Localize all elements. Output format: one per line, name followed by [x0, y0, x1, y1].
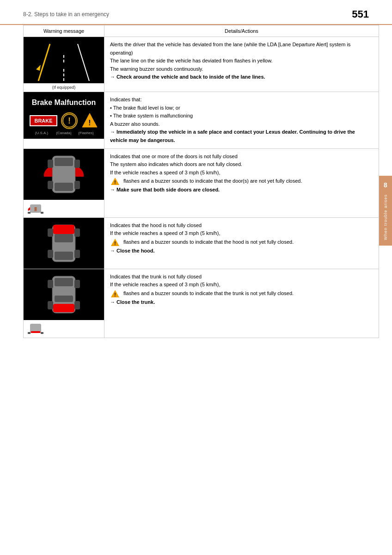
svg-rect-36	[48, 280, 53, 288]
lda-detail-1: Alerts the driver that the vehicle has d…	[110, 41, 373, 57]
svg-rect-43	[41, 332, 43, 334]
door-detail-main: Indicates that one or more of the doors …	[110, 153, 373, 161]
details-cell-trunk: Indicates that the trunk is not fully cl…	[104, 269, 379, 338]
brake-usa-icon: BRAKE	[30, 115, 57, 126]
lda-caption: (If equipped)	[24, 83, 104, 92]
page-header: 8-2. Steps to take in an emergency 551	[0, 0, 392, 25]
trunk-small-icon	[24, 320, 104, 338]
col-header-details: Details/Actions	[104, 25, 379, 37]
svg-rect-14	[48, 181, 53, 189]
svg-marker-4	[36, 65, 41, 71]
svg-rect-28	[48, 250, 53, 258]
svg-text:!: !	[114, 241, 116, 246]
door-car-image	[24, 149, 104, 200]
details-cell-lda: Alerts the driver that the vehicle has d…	[104, 37, 379, 92]
svg-rect-24	[55, 234, 73, 242]
table-row: 🚪 Indicates that one or more of the door…	[24, 148, 379, 217]
svg-text:!: !	[68, 116, 71, 125]
trunk-detail-main: Indicates that the trunk is not fully cl…	[110, 273, 373, 281]
svg-rect-25	[55, 252, 73, 260]
brake-canada-svg: !	[62, 113, 77, 128]
svg-rect-41	[31, 331, 40, 333]
brake-canada-icon: !	[61, 112, 78, 129]
svg-text:!: !	[114, 180, 116, 185]
door-details: Indicates that one or more of the doors …	[104, 149, 379, 198]
brake-label-flashes: (Flashes)	[77, 131, 95, 135]
hood-action: → Close the hood.	[110, 247, 373, 255]
svg-rect-35	[55, 296, 73, 302]
main-table: Warning message Details/Actions	[23, 25, 379, 338]
svg-rect-38	[48, 301, 53, 309]
svg-rect-10	[55, 158, 73, 166]
door-detail-2: If the vehicle reaches a speed of 3 mph …	[110, 169, 373, 177]
brake-label-usa: (U.S.A.)	[32, 131, 51, 135]
table-row: Brake Malfunction BRAKE !	[24, 92, 379, 149]
brake-detail-3: A buzzer also sounds.	[110, 120, 373, 129]
svg-rect-23	[53, 225, 74, 234]
svg-rect-17	[28, 212, 31, 214]
lda-detail-2: The lane line on the side the vehicle ha…	[110, 57, 373, 65]
svg-rect-26	[48, 228, 53, 237]
svg-rect-37	[74, 280, 80, 288]
sidebar-tab: 8 When trouble arises	[379, 176, 392, 246]
brake-warning-icon: !	[81, 112, 98, 129]
trunk-warning-icon-inline: !	[110, 290, 123, 296]
brake-detail-2: • The brake system is malfunctioning	[110, 112, 373, 120]
svg-line-2	[38, 44, 50, 81]
svg-rect-39	[74, 301, 80, 309]
details-cell-door: Indicates that one or more of the doors …	[104, 148, 379, 217]
page-number: 551	[352, 8, 369, 20]
brake-icons: BRAKE !	[30, 112, 98, 129]
table-row: (If equipped) Alerts the driver that the…	[24, 37, 379, 92]
hood-warning-svg: !	[110, 238, 120, 247]
lda-details: Alerts the driver that the vehicle has d…	[104, 37, 379, 85]
trunk-car-svg	[34, 271, 94, 318]
trunk-icon-svg	[27, 322, 44, 336]
brake-label-canada: (Canada)	[55, 131, 73, 135]
door-warning-icon-inline: !	[110, 178, 123, 184]
brake-usa-label: BRAKE	[30, 115, 57, 126]
trunk-detail-1: If the vehicle reaches a speed of 3 mph …	[110, 281, 373, 289]
lda-svg	[31, 39, 96, 81]
svg-line-3	[78, 44, 89, 81]
lda-action: → Check around the vehicle and back to i…	[110, 73, 373, 81]
door-car-svg	[34, 151, 94, 197]
page-container: 8 When trouble arises 8-2. Steps to take…	[0, 0, 392, 555]
hood-car-image	[24, 218, 104, 269]
brake-action: → Immediately stop the vehicle in a safe…	[110, 128, 373, 144]
warning-cell-trunk	[24, 269, 104, 338]
door-action: → Make sure that both side doors are clo…	[110, 186, 373, 194]
brake-detail-intro: Indicates that:	[110, 96, 373, 104]
hood-detail-1: If the vehicle reaches a speed of 3 mph …	[110, 229, 373, 238]
door-small-icon: 🚪	[24, 200, 104, 217]
details-cell-hood: Indicates that the hood is not fully clo…	[104, 217, 379, 269]
warning-cell-brake: Brake Malfunction BRAKE !	[24, 92, 104, 149]
door-detail-3: flashes and a buzzer sounds to indicate …	[123, 178, 302, 184]
svg-rect-18	[41, 212, 43, 214]
svg-text:!: !	[114, 292, 116, 297]
warning-cell-door: 🚪	[24, 148, 104, 217]
lda-detail-3: The warning buzzer sounds continuously.	[110, 65, 373, 74]
brake-labels-row: (U.S.A.) (Canada) (Flashes)	[32, 131, 95, 135]
section-title: 8-2. Steps to take in an emergency	[23, 11, 109, 18]
hood-detail-main: Indicates that the hood is not fully clo…	[110, 222, 373, 230]
sidebar-number: 8	[384, 181, 387, 189]
door-icon-svg: 🚪	[27, 202, 44, 216]
trunk-details: Indicates that the trunk is not fully cl…	[104, 269, 379, 310]
brake-malfunction-title: Brake Malfunction	[32, 99, 96, 107]
svg-rect-33	[53, 304, 74, 312]
trunk-warning-svg: !	[110, 289, 120, 298]
details-cell-brake: Indicates that: • The brake fluid level …	[104, 92, 379, 149]
door-detail-1: The system also indicates which doors ar…	[110, 160, 373, 169]
svg-rect-13	[74, 160, 80, 168]
sidebar-label: When trouble arises	[383, 194, 388, 240]
svg-rect-34	[55, 278, 73, 286]
table-row: Indicates that the hood is not fully clo…	[24, 217, 379, 269]
svg-rect-42	[28, 332, 31, 334]
svg-rect-12	[48, 160, 53, 168]
table-row: Indicates that the trunk is not fully cl…	[24, 269, 379, 338]
hood-detail-2: flashes and a buzzer sounds to indicate …	[123, 239, 294, 245]
warning-cell-hood	[24, 217, 104, 269]
svg-rect-11	[55, 183, 73, 191]
lda-image	[24, 37, 104, 83]
